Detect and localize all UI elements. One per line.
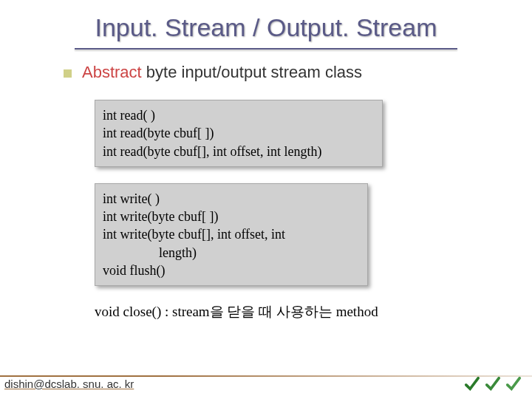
title-underline: [75, 48, 457, 50]
bullet-item: Abstract byte input/output stream class: [64, 63, 502, 82]
code-line: int write( ): [103, 190, 360, 208]
code-line: int write(byte cbuf[], int offset, int: [103, 225, 360, 243]
footer-logos: [464, 374, 522, 393]
slide-title: Input. Stream / Output. Stream: [0, 0, 532, 48]
code-line: int read(byte cbuf[ ]): [103, 124, 375, 142]
checkmark-logo-icon: [505, 374, 522, 393]
bullet-text: Abstract byte input/output stream class: [82, 63, 362, 82]
footer-email: dishin@dcslab. snu. ac. kr: [4, 378, 134, 390]
checkmark-logo-icon: [485, 374, 501, 393]
bullet-rest: byte input/output stream class: [142, 63, 362, 81]
abstract-word: Abstract: [82, 63, 142, 81]
square-bullet-icon: [64, 69, 72, 78]
close-method-line: void close() : stream을 닫을 때 사용하는 method: [95, 302, 502, 321]
read-methods-box: int read( ) int read(byte cbuf[ ]) int r…: [95, 100, 383, 167]
code-line: int read( ): [103, 106, 375, 124]
code-line: void flush(): [103, 262, 360, 279]
footer-divider: [0, 375, 532, 377]
code-line: int read(byte cbuf[], int offset, int le…: [103, 143, 375, 160]
write-methods-box: int write( ) int write(byte cbuf[ ]) int…: [95, 183, 368, 286]
content-area: Abstract byte input/output stream class …: [0, 63, 532, 321]
code-line: int write(byte cbuf[ ]): [103, 208, 360, 225]
code-line-indent: length): [103, 244, 360, 262]
checkmark-logo-icon: [464, 374, 480, 393]
